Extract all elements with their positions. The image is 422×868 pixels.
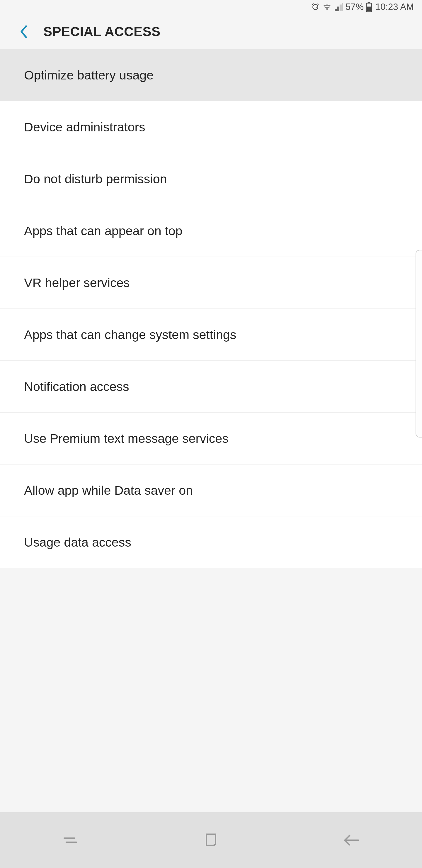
item-device-administrators[interactable]: Device administrators [0,101,422,153]
item-apps-change-system-settings[interactable]: Apps that can change system settings [0,309,422,361]
home-button[interactable] [167,812,255,868]
recents-button[interactable] [26,812,114,868]
item-allow-app-data-saver[interactable]: Allow app while Data saver on [0,465,422,517]
item-do-not-disturb-permission[interactable]: Do not disturb permission [0,153,422,205]
back-nav-button[interactable] [308,812,396,868]
battery-percent: 57% [346,2,364,12]
list-item-label: Notification access [24,379,129,394]
list-item-label: Do not disturb permission [24,172,167,186]
page-title: SPECIAL ACCESS [43,24,161,39]
item-vr-helper-services[interactable]: VR helper services [0,257,422,309]
svg-rect-2 [367,7,371,11]
list-item-label: Apps that can change system settings [24,328,236,342]
list-item-label: Device administrators [24,120,145,134]
svg-rect-1 [368,2,370,3]
app-header: SPECIAL ACCESS [0,14,422,49]
list-item-label: Usage data access [24,535,131,550]
list-item-label: Allow app while Data saver on [24,483,193,498]
item-apps-appear-on-top[interactable]: Apps that can appear on top [0,205,422,257]
scroll-handle[interactable] [416,250,422,437]
list-item-label: Use Premium text message services [24,431,229,446]
wifi-icon [322,3,332,11]
navigation-bar [0,812,422,868]
status-time: 10:23 AM [376,2,414,12]
status-bar: 57% 10:23 AM [0,0,422,14]
list-item-label: VR helper services [24,276,130,290]
alarm-icon [311,3,320,11]
item-optimize-battery-usage[interactable]: Optimize battery usage [0,49,422,101]
battery-icon [366,2,372,12]
item-notification-access[interactable]: Notification access [0,361,422,412]
back-button[interactable] [17,24,31,39]
list-item-label: Apps that can appear on top [24,224,182,238]
item-premium-text-message[interactable]: Use Premium text message services [0,412,422,465]
list-item-label: Optimize battery usage [24,68,154,83]
item-usage-data-access[interactable]: Usage data access [0,517,422,568]
settings-list: Optimize battery usage Device administra… [0,49,422,568]
signal-icon [334,3,343,11]
